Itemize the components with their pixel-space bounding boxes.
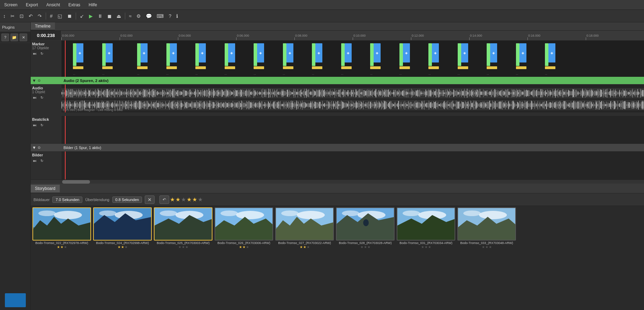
thumb-item-0[interactable]: Bodo-Tromso_022_(RX702978-ARW)★★★ <box>32 207 91 249</box>
waveform-bar <box>608 103 609 106</box>
thumb-star-2-0[interactable]: ★ <box>178 245 181 249</box>
sidebar-icon-folder[interactable]: 📁 <box>10 34 18 41</box>
thumb-img-7 <box>457 207 516 241</box>
waveform-bar <box>632 90 632 97</box>
tb-btn-eject[interactable]: ⏏ <box>115 13 123 20</box>
thumb-star-7-0[interactable]: ★ <box>482 245 485 249</box>
ruler-mark-9: 0:18.000 <box>586 31 599 40</box>
thumb-item-7[interactable]: Bodo-Tromso_033_(RX703048-ARW)★★★ <box>457 207 516 249</box>
audio-loop-btn[interactable]: ↻ <box>39 95 45 100</box>
star-2[interactable]: ★ <box>175 196 180 203</box>
thumb-item-1[interactable]: Bodo-Tromso_024_(RX702998-ARW)★★★ <box>93 207 152 249</box>
marker-loop-btn[interactable]: ↻ <box>39 51 45 56</box>
marker-skip-btn[interactable]: ⏭ <box>32 51 38 56</box>
sidebar-icon-question[interactable]: ? <box>1 34 9 41</box>
tb-btn-chat[interactable]: 💬 <box>144 13 153 20</box>
menu-export[interactable]: Export <box>24 2 39 8</box>
thumb-star-6-0[interactable]: ★ <box>421 245 424 249</box>
tab-timeline[interactable]: Timeline <box>31 22 55 30</box>
star-5[interactable]: ★ <box>192 196 197 203</box>
thumb-star-4-2[interactable]: ★ <box>307 245 310 249</box>
sidebar-icon-close[interactable]: ✕ <box>20 34 27 41</box>
tb-btn-pause[interactable]: ⏸ <box>96 13 104 20</box>
thumb-star-4-1[interactable]: ★ <box>303 245 306 249</box>
thumb-star-4-0[interactable]: ★ <box>300 245 303 249</box>
thumb-star-1-1[interactable]: ★ <box>121 245 124 249</box>
sb-icon-x[interactable]: ✕ <box>145 195 155 204</box>
thumb-img-1 <box>93 207 152 241</box>
bilddauer-value[interactable]: 7.0 Sekunden <box>52 197 82 203</box>
thumb-star-7-1[interactable]: ★ <box>485 245 488 249</box>
thumb-item-6[interactable]: Bodo-Tromso_031_(RX703034-ARW)★★★ <box>396 207 456 249</box>
tb-btn-kbd[interactable]: ⌨ <box>155 13 165 20</box>
thumb-star-3-1[interactable]: ★ <box>242 245 246 249</box>
thumb-star-7-2[interactable]: ★ <box>489 245 492 249</box>
tab-storyboard[interactable]: Storyboard <box>31 185 60 192</box>
audio-skip-btn[interactable]: ⏭ <box>32 95 38 100</box>
thumb-item-2[interactable]: Bodo-Tromso_025_(RX703003-ARW)★★★ <box>153 207 213 249</box>
star-4[interactable]: ★ <box>187 196 192 203</box>
tb-btn-0[interactable]: ↕ <box>1 13 7 20</box>
bilder-settings-btn[interactable]: ⊙ <box>38 146 40 149</box>
tb-btn-tilde[interactable]: ≈ <box>127 13 134 20</box>
thumb-star-0-2[interactable]: ★ <box>64 245 67 249</box>
beatclick-skip-btn[interactable]: ⏭ <box>32 122 38 128</box>
thumb-label-2: Bodo-Tromso_025_(RX703003-ARW) <box>157 241 210 245</box>
thumb-star-5-0[interactable]: ★ <box>360 245 364 249</box>
waveform-bar <box>433 103 433 107</box>
ueberblendung-value[interactable]: 0.8 Sekunden <box>112 197 142 203</box>
thumb-item-3[interactable]: Bodo-Tromso_026_(RX703006-ARW)★★★ <box>214 207 274 249</box>
tb-btn-grid[interactable]: # <box>48 13 54 20</box>
tb-btn-play[interactable]: ▶ <box>87 13 95 20</box>
menu-hilfe[interactable]: Hilfe <box>87 2 98 8</box>
thumb-star-0-0[interactable]: ★ <box>57 245 60 249</box>
bilder-skip-btn[interactable]: ⏭ <box>32 158 38 163</box>
menu-ansicht[interactable]: Ansicht <box>45 2 61 8</box>
thumb-star-1-2[interactable]: ★ <box>125 245 128 249</box>
ruler-track[interactable]: 0:00.0000:02.0000:04.0000:06.0000:08.000… <box>61 31 644 40</box>
waveform-bar <box>285 102 285 109</box>
thumb-item-5[interactable]: Bodo-Tromso_028_(RX703028-ARW)★★★ <box>336 207 395 249</box>
star-3[interactable]: ★ <box>181 196 186 203</box>
thumb-star-2-2[interactable]: ★ <box>185 245 188 249</box>
thumb-star-3-2[interactable]: ★ <box>246 245 249 249</box>
h-scrollbar-thumb[interactable] <box>62 180 90 184</box>
thumb-star-3-0[interactable]: ★ <box>239 245 242 249</box>
audio-collapse-btn[interactable]: ▼ <box>32 78 36 83</box>
thumb-star-6-1[interactable]: ★ <box>425 245 428 249</box>
menu-extras[interactable]: Extras <box>67 2 82 8</box>
thumb-star-5-2[interactable]: ★ <box>367 245 370 249</box>
audio-settings-btn[interactable]: ⊙ <box>38 79 40 82</box>
thumb-item-4[interactable]: Bodo-Tromso_027_(RX703022-ARW)★★★ <box>275 207 334 249</box>
thumb-star-6-2[interactable]: ★ <box>428 245 431 249</box>
menu-screen[interactable]: Screen <box>3 2 19 8</box>
tb-btn-fit[interactable]: ◱ <box>56 13 64 20</box>
tb-btn-sq[interactable]: ◼ <box>106 13 113 20</box>
thumb-star-1-0[interactable]: ★ <box>118 245 121 249</box>
tb-btn-undo[interactable]: ↶ <box>27 13 35 20</box>
waveform-bar <box>594 104 594 106</box>
bilder-collapse-btn[interactable]: ▼ <box>32 145 36 150</box>
bilder-loop-btn[interactable]: ↻ <box>39 158 45 163</box>
h-scrollbar[interactable] <box>31 179 644 184</box>
beatclick-loop-btn[interactable]: ↻ <box>39 122 45 128</box>
thumb-star-2-1[interactable]: ★ <box>182 245 185 249</box>
thumb-img-6 <box>397 207 455 241</box>
tb-btn-info[interactable]: ℹ <box>174 13 180 20</box>
star-6[interactable]: ★ <box>198 196 203 203</box>
tb-btn-arrow[interactable]: ↙ <box>78 13 86 20</box>
sb-undo-btn[interactable]: ↶ <box>159 195 169 204</box>
waveform-bar <box>267 92 268 95</box>
waveform-bar <box>294 91 295 95</box>
tb-btn-help[interactable]: ? <box>167 13 173 20</box>
star-1[interactable]: ★ <box>170 196 175 203</box>
waveform-bar <box>456 101 456 109</box>
thumb-star-5-1[interactable]: ★ <box>364 245 367 249</box>
tb-btn-stop[interactable]: ⏹ <box>65 13 74 20</box>
tb-btn-settings[interactable]: ⚙ <box>135 13 143 20</box>
tb-btn-cut[interactable]: ✂ <box>9 13 16 20</box>
waveform-bar <box>133 102 133 109</box>
tb-btn-redo[interactable]: ↷ <box>36 13 44 20</box>
tb-btn-copy[interactable]: ⊡ <box>18 13 25 20</box>
thumb-star-0-1[interactable]: ★ <box>60 245 63 249</box>
